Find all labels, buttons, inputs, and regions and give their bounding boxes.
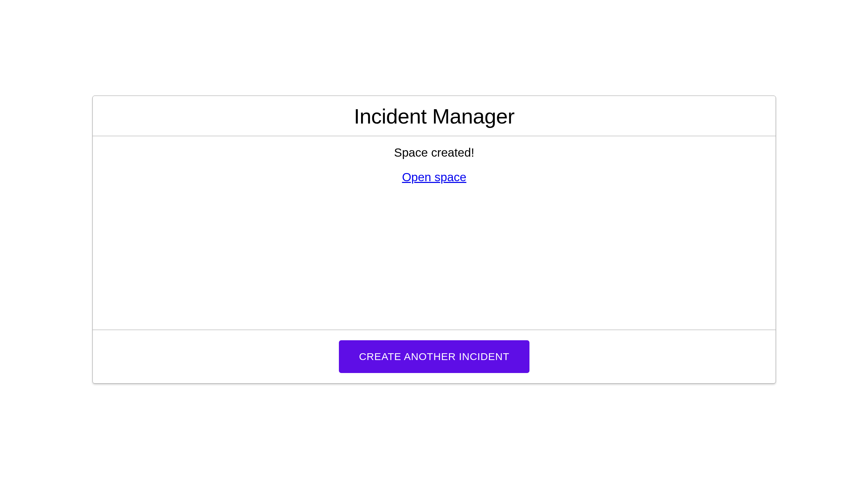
incident-manager-card: Incident Manager Space created! Open spa… (92, 96, 776, 384)
open-space-link[interactable]: Open space (402, 170, 466, 184)
card-body: Space created! Open space (93, 136, 776, 330)
page-title: Incident Manager (100, 104, 769, 128)
card-header: Incident Manager (93, 96, 776, 136)
status-message: Space created! (100, 146, 769, 159)
create-another-incident-button[interactable]: CREATE ANOTHER INCIDENT (339, 340, 529, 373)
card-footer: CREATE ANOTHER INCIDENT (93, 330, 776, 383)
